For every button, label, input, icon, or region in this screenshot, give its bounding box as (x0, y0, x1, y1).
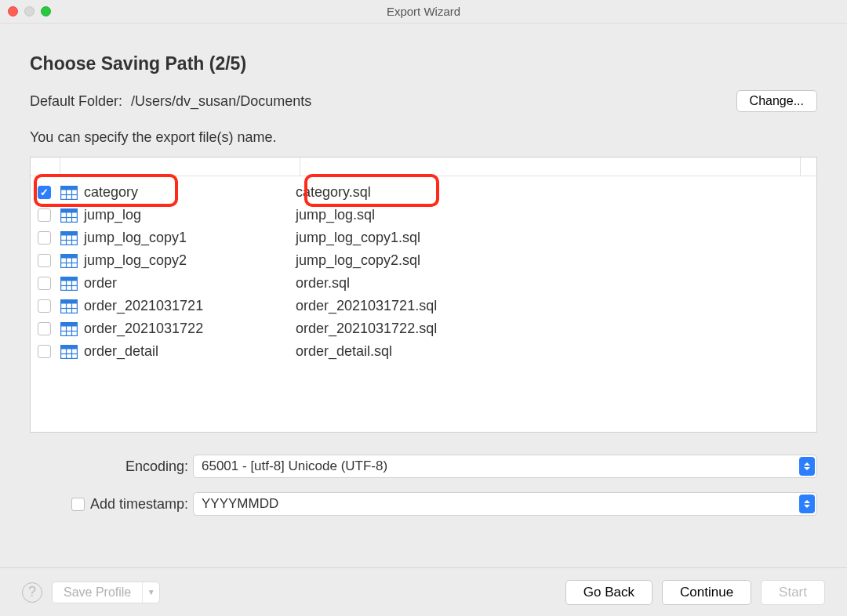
chevron-updown-icon (799, 457, 815, 476)
svg-rect-6 (61, 208, 78, 212)
row-checkbox[interactable] (38, 345, 51, 358)
row-checkbox[interactable] (38, 277, 51, 290)
svg-rect-11 (61, 231, 78, 235)
table-name: jump_log_copy1 (84, 230, 289, 246)
table-name: order (84, 275, 289, 292)
file-name[interactable]: jump_log_copy1.sql (289, 230, 420, 246)
table-row[interactable]: jump_logjump_log.sql (31, 204, 816, 226)
table-icon (60, 277, 78, 291)
table-row[interactable]: order_2021031721order_2021031721.sql (31, 295, 816, 317)
row-checkbox[interactable] (38, 299, 51, 313)
timestamp-label: Add timestamp: (90, 496, 188, 513)
wizard-content: Choose Saving Path (2/5) Default Folder:… (0, 24, 847, 516)
save-profile-button[interactable]: Save Profile ▼ (52, 582, 160, 603)
encoding-label: Encoding: (30, 458, 193, 475)
default-folder-path: /Users/dv_susan/Documents (131, 93, 311, 109)
change-folder-button[interactable]: Change... (736, 90, 817, 112)
help-button[interactable]: ? (22, 582, 42, 603)
table-icon (60, 231, 78, 245)
row-checkbox[interactable] (38, 254, 51, 267)
table-icon (60, 208, 78, 223)
timestamp-select[interactable]: YYYYMMDD (193, 492, 817, 516)
svg-rect-21 (61, 277, 78, 281)
table-icon (60, 345, 78, 359)
chevron-down-icon[interactable]: ▼ (142, 582, 159, 603)
save-profile-label: Save Profile (53, 582, 142, 603)
table-name: order_2021031721 (84, 298, 289, 314)
table-icon (60, 186, 78, 200)
wizard-footer: ? Save Profile ▼ Go Back Continue Start (0, 567, 847, 616)
encoding-value: 65001 - [utf-8] Unicode (UTF-8) (202, 458, 387, 474)
row-checkbox[interactable] (38, 322, 51, 335)
titlebar: Export Wizard (0, 0, 847, 24)
instruction-text: You can specify the export file(s) name. (30, 129, 817, 146)
timestamp-value: YYYYMMDD (202, 496, 278, 512)
default-folder-label: Default Folder: (30, 93, 122, 109)
window-title: Export Wizard (0, 5, 847, 18)
table-icon (60, 299, 78, 313)
table-row[interactable]: order_detailorder_detail.sql (31, 340, 816, 363)
encoding-select[interactable]: 65001 - [utf-8] Unicode (UTF-8) (193, 455, 817, 478)
table-row[interactable]: categorycategory.sql (31, 181, 816, 204)
table-row[interactable]: jump_log_copy2jump_log_copy2.sql (31, 249, 816, 272)
continue-button[interactable]: Continue (662, 580, 751, 605)
file-name[interactable]: order_detail.sql (289, 343, 392, 360)
table-name: jump_log_copy2 (84, 252, 289, 269)
row-checkbox[interactable] (38, 208, 51, 222)
table-name: order_2021031722 (84, 321, 289, 337)
table-row[interactable]: order_2021031722order_2021031722.sql (31, 317, 816, 340)
table-row[interactable]: orderorder.sql (31, 272, 816, 295)
default-folder-row: Default Folder: /Users/dv_susan/Document… (30, 90, 817, 112)
table-name: order_detail (84, 343, 289, 360)
file-name[interactable]: order.sql (289, 275, 350, 292)
default-folder-text: Default Folder: /Users/dv_susan/Document… (30, 93, 311, 110)
wizard-heading: Choose Saving Path (2/5) (30, 53, 817, 74)
svg-rect-31 (61, 322, 78, 326)
file-name[interactable]: jump_log_copy2.sql (289, 252, 420, 269)
table-icon (60, 322, 78, 336)
file-name[interactable]: jump_log.sql (289, 207, 375, 223)
svg-rect-26 (61, 299, 78, 303)
svg-rect-16 (61, 254, 78, 258)
go-back-button[interactable]: Go Back (565, 580, 653, 605)
row-checkbox[interactable] (38, 186, 51, 199)
chevron-updown-icon (799, 495, 815, 513)
svg-rect-36 (61, 345, 78, 349)
table-icon (60, 254, 78, 268)
encoding-row: Encoding: 65001 - [utf-8] Unicode (UTF-8… (30, 455, 817, 478)
export-tables-list: categorycategory.sqljump_logjump_log.sql… (30, 157, 817, 433)
table-row[interactable]: jump_log_copy1jump_log_copy1.sql (31, 226, 816, 249)
file-name[interactable]: category.sql (289, 184, 371, 201)
table-name: category (84, 184, 289, 201)
start-button: Start (761, 580, 825, 605)
row-checkbox[interactable] (38, 231, 51, 245)
file-name[interactable]: order_2021031721.sql (289, 298, 437, 314)
options-form: Encoding: 65001 - [utf-8] Unicode (UTF-8… (30, 455, 817, 516)
timestamp-row: Add timestamp: YYYYMMDD (30, 492, 817, 516)
table-header (31, 158, 816, 176)
file-name[interactable]: order_2021031722.sql (289, 321, 437, 337)
table-name: jump_log (84, 207, 289, 223)
svg-rect-1 (61, 186, 78, 190)
add-timestamp-checkbox[interactable] (71, 498, 85, 511)
